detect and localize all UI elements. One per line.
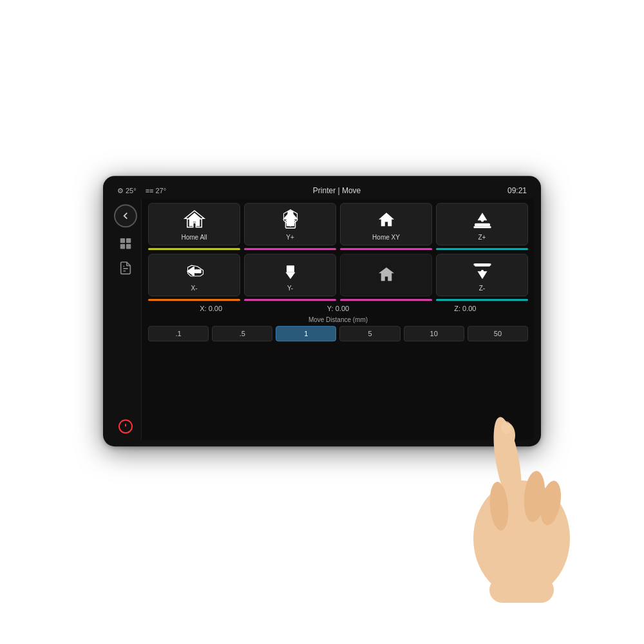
- temp1-icon: ⚙: [117, 187, 124, 195]
- sep8: [436, 299, 528, 301]
- y-plus-button[interactable]: Y+: [244, 203, 336, 245]
- svg-rect-36: [489, 577, 554, 603]
- temp2: ≡≡ 27°: [146, 187, 166, 194]
- grid-icon[interactable]: [116, 235, 135, 252]
- svg-point-34: [488, 481, 511, 531]
- button-row-1: Home All Y+: [148, 203, 528, 245]
- y-minus-button[interactable]: Y-: [244, 254, 336, 296]
- svg-rect-23: [287, 265, 294, 272]
- svg-rect-0: [120, 238, 124, 243]
- sep4: [436, 248, 528, 250]
- distance-label: Move Distance (mm): [148, 316, 528, 323]
- temp1-value: 25°: [126, 187, 137, 194]
- home-xy-label: Home XY: [372, 234, 400, 241]
- home-z-button[interactable]: [340, 254, 432, 296]
- clock: 09:21: [507, 186, 527, 195]
- dist-0.1[interactable]: .1: [148, 326, 209, 341]
- button-row-2: X- Y-: [148, 254, 528, 296]
- svg-rect-2: [120, 244, 124, 249]
- position-row: X: 0.00 Y: 0.00 Z: 0.00: [148, 305, 528, 312]
- temp2-icon: ≡≡: [146, 187, 154, 194]
- scene: ⚙ 25° ≡≡ 27° Printer | Move 09:21: [0, 0, 644, 644]
- svg-rect-1: [126, 238, 130, 243]
- svg-rect-26: [473, 263, 491, 265]
- temp1: ⚙ 25°: [117, 187, 137, 195]
- svg-point-9: [193, 217, 196, 220]
- svg-rect-3: [126, 244, 130, 249]
- z-plus-label: Z+: [478, 234, 486, 241]
- sep7: [340, 299, 432, 301]
- status-left: ⚙ 25° ≡≡ 27°: [117, 187, 166, 195]
- svg-rect-17: [473, 226, 491, 228]
- dist-50[interactable]: 50: [468, 326, 528, 341]
- alert-icon[interactable]: [116, 418, 135, 435]
- y-minus-label: Y-: [287, 285, 293, 292]
- distance-buttons: .1 .5 1 5 10 50: [148, 326, 528, 341]
- sep6: [244, 299, 336, 301]
- z-position: Z: 0.00: [404, 305, 527, 312]
- svg-point-29: [473, 480, 570, 596]
- sep1: [148, 248, 240, 250]
- screen: ⚙ 25° ≡≡ 27° Printer | Move 09:21: [109, 182, 535, 440]
- sep3: [340, 248, 432, 250]
- svg-rect-15: [287, 220, 294, 227]
- sep5: [148, 299, 240, 301]
- home-all-label: Home All: [181, 234, 207, 241]
- y-position: Y: 0.00: [276, 305, 399, 312]
- grid-area: Home All Y+: [142, 199, 535, 440]
- main-content: Home All Y+: [109, 199, 535, 440]
- home-xy-button[interactable]: Home XY: [340, 203, 432, 245]
- z-minus-label: Z-: [479, 285, 485, 292]
- separator-row-1: [148, 248, 528, 251]
- dist-0.5[interactable]: .5: [212, 326, 272, 341]
- separator-row-2: [148, 299, 528, 302]
- sep2: [244, 248, 336, 250]
- temp2-value: 27°: [155, 187, 166, 194]
- svg-point-28: [480, 270, 484, 273]
- dist-1[interactable]: 1: [276, 326, 336, 341]
- svg-marker-24: [285, 272, 295, 279]
- y-plus-label: Y+: [286, 234, 294, 241]
- x-minus-label: X-: [191, 285, 198, 292]
- home-all-button[interactable]: Home All: [148, 203, 240, 245]
- z-plus-button[interactable]: Z+: [436, 203, 528, 245]
- device: ⚙ 25° ≡≡ 27° Printer | Move 09:21: [103, 176, 541, 446]
- dist-5[interactable]: 5: [339, 326, 400, 341]
- svg-point-33: [537, 479, 564, 527]
- x-minus-button[interactable]: X-: [148, 254, 240, 296]
- svg-rect-16: [475, 223, 490, 227]
- sidebar: [109, 199, 142, 440]
- x-position: X: 0.00: [149, 305, 272, 312]
- file-icon[interactable]: [116, 260, 135, 276]
- status-bar: ⚙ 25° ≡≡ 27° Printer | Move 09:21: [109, 182, 535, 199]
- title: Printer | Move: [313, 186, 361, 195]
- svg-point-19: [480, 219, 484, 222]
- z-minus-button[interactable]: Z-: [436, 254, 528, 296]
- distance-section: Move Distance (mm) .1 .5 1 5 10 50: [148, 316, 528, 341]
- back-button[interactable]: [114, 204, 137, 227]
- svg-point-32: [522, 470, 547, 523]
- svg-rect-21: [194, 269, 202, 273]
- dist-10[interactable]: 10: [404, 326, 464, 341]
